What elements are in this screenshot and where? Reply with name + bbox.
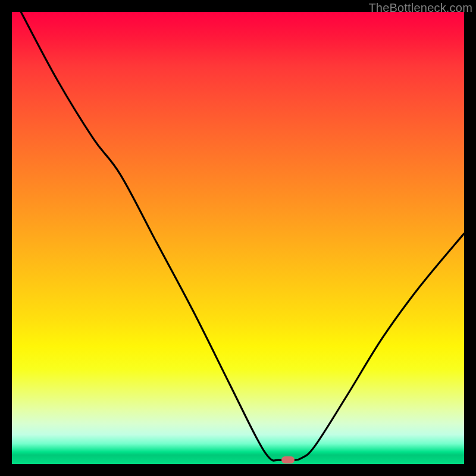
chart-frame: TheBottleneck.com bbox=[0, 0, 476, 476]
bottleneck-curve bbox=[12, 12, 464, 464]
watermark-text: TheBottleneck.com bbox=[368, 1, 472, 15]
optimal-marker bbox=[281, 456, 295, 464]
plot-area bbox=[12, 12, 464, 464]
